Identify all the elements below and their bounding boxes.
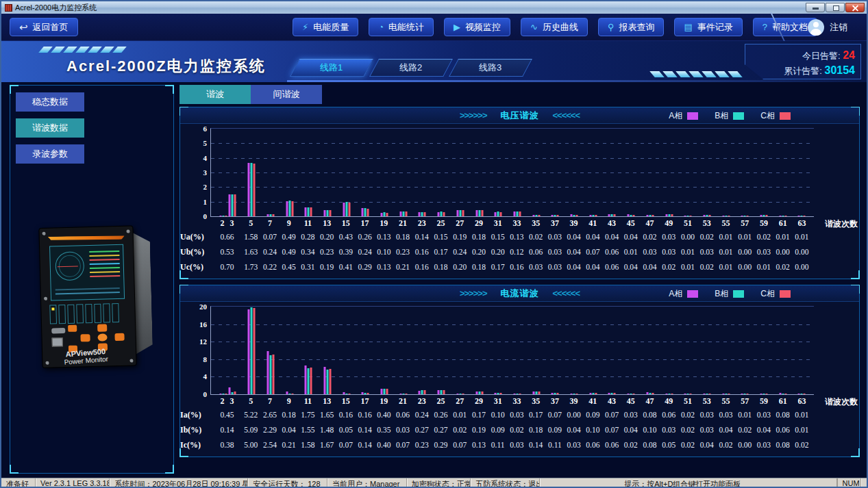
table-cell: 0.02 <box>681 441 695 449</box>
bar <box>497 393 499 394</box>
y-tick-label: 0 <box>192 390 207 398</box>
sidebar-item-wave-record-params[interactable]: 录波参数 <box>16 144 84 164</box>
bar <box>456 394 458 394</box>
bar <box>266 214 269 216</box>
x-tick-label: 35 <box>532 218 540 229</box>
bar <box>725 216 727 216</box>
table-cell: 0.49 <box>282 248 296 256</box>
legend-color-swatch <box>780 112 791 120</box>
table-cell: 0.01 <box>757 263 771 271</box>
bar <box>367 393 369 394</box>
energy-stats-button[interactable]: ◔电能统计 <box>369 18 434 36</box>
bar <box>343 203 345 216</box>
bar-group <box>589 393 597 394</box>
table-cell: 0.07 <box>396 441 410 449</box>
bar-group <box>665 394 673 394</box>
bar <box>728 394 730 394</box>
table-cell: 0.01 <box>795 233 808 241</box>
table-cell: 0.03 <box>700 426 714 434</box>
table-cell: 0.20 <box>453 263 467 271</box>
bar-group <box>571 214 578 216</box>
bar <box>703 215 705 216</box>
sidebar-item-steady-state-data[interactable]: 稳态数据 <box>16 92 84 112</box>
statusbar-segment: 当前用户：Manager <box>327 478 407 488</box>
tab-interharmonic[interactable]: 间谐波 <box>251 85 322 104</box>
logout-button[interactable]: 注销 <box>830 21 847 34</box>
bar <box>269 214 271 216</box>
sidebar-item-harmonic-data[interactable]: 谐波数据 <box>16 118 84 138</box>
table-cell: 0.34 <box>301 248 314 256</box>
restore-button[interactable] <box>826 3 845 12</box>
table-cell: 0.70 <box>220 263 234 271</box>
line-tab-2[interactable]: 线路2 <box>369 59 453 77</box>
bar <box>766 394 768 394</box>
x-tick-label: 9 <box>287 218 291 229</box>
video-monitor-button[interactable]: ▶视频监控 <box>444 18 510 36</box>
video-camera-icon: ▶ <box>454 23 460 31</box>
x-tick-label: 53 <box>703 396 711 407</box>
bar-group <box>798 216 806 216</box>
bar <box>519 211 521 216</box>
bar <box>386 213 388 216</box>
bar <box>266 351 269 394</box>
history-curve-button[interactable]: ∿历史曲线 <box>521 18 588 36</box>
back-home-button[interactable]: ↩ 返回首页 <box>10 18 78 36</box>
table-cell: 0.03 <box>510 441 523 449</box>
user-area[interactable]: 注销 <box>808 19 847 36</box>
x-tick-label: 55 <box>721 218 730 229</box>
minimize-button[interactable] <box>806 3 825 12</box>
bar-group <box>608 393 616 394</box>
table-cell: 0.03 <box>548 233 562 241</box>
gridline <box>211 158 814 159</box>
x-tick-label: 17 <box>361 396 369 407</box>
table-cell: 0.17 <box>491 263 505 271</box>
bar <box>706 394 708 394</box>
table-cell: 0.02 <box>624 441 638 449</box>
bar <box>381 213 383 216</box>
bar-group <box>495 393 502 394</box>
bar-group <box>286 201 293 216</box>
table-cell: 1.63 <box>244 248 258 256</box>
bar-group <box>589 215 597 216</box>
content-area: 稳态数据谐波数据录波参数 <box>1 82 867 478</box>
bar <box>381 389 383 394</box>
line-tab-1[interactable]: 线路1 <box>290 59 373 77</box>
line-tab-3[interactable]: 线路3 <box>449 59 532 77</box>
report-query-button[interactable]: ⚲报表查询 <box>598 18 665 36</box>
bar <box>475 210 478 216</box>
table-row-label: Ib(%) <box>180 425 208 435</box>
bar-group <box>456 394 464 394</box>
chart-title: 电压谐波 <box>501 110 539 122</box>
tab-harmonic[interactable]: 谐波 <box>179 85 251 104</box>
bar <box>419 391 421 394</box>
bar <box>801 394 803 394</box>
bar <box>441 211 443 216</box>
bar <box>248 309 250 394</box>
bar-group <box>722 394 730 394</box>
table-cell: 0.01 <box>795 426 808 434</box>
phasor-diagram <box>55 251 84 281</box>
table-cell: 0.02 <box>681 411 695 419</box>
table-row-label: Ub(%) <box>180 247 208 257</box>
bar <box>630 215 632 216</box>
bar-group <box>323 210 331 216</box>
stripe <box>675 71 691 77</box>
bar <box>747 216 749 216</box>
power-quality-button[interactable]: ⚡电能质量 <box>293 18 358 36</box>
close-button[interactable] <box>845 3 865 12</box>
table-cell: 0.08 <box>776 411 790 419</box>
bar <box>364 393 367 394</box>
bar <box>438 212 440 216</box>
x-tick-label: 7 <box>268 218 272 229</box>
chart-panels: >>>>>>电压谐波<<<<<<A相B相C相012345623579111315… <box>179 107 860 457</box>
x-tick-label: 19 <box>380 396 388 407</box>
bar <box>779 216 781 216</box>
bar <box>741 216 743 216</box>
bar <box>229 194 231 216</box>
bar <box>687 394 689 394</box>
x-tick-label: 41 <box>588 218 597 229</box>
bar-group <box>684 394 692 394</box>
event-log-button[interactable]: ▤事件记录 <box>674 18 742 36</box>
bar <box>763 394 765 394</box>
table-cell: 0.04 <box>282 426 296 434</box>
